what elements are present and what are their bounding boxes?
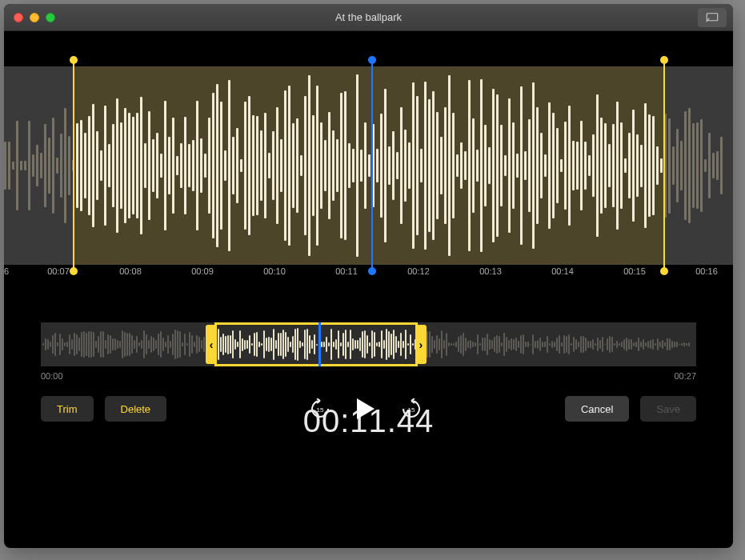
overview-bar bbox=[686, 343, 687, 346]
playhead[interactable] bbox=[371, 60, 373, 271]
overview-bar bbox=[117, 340, 118, 350]
overview-bar bbox=[126, 333, 128, 355]
cancel-button[interactable]: Cancel bbox=[565, 396, 629, 422]
overview-bar bbox=[439, 338, 440, 350]
overview-bar bbox=[650, 340, 651, 350]
waveform-bar bbox=[596, 94, 599, 237]
overview-bar bbox=[587, 341, 589, 348]
overview-bar bbox=[98, 336, 99, 353]
waveform-bar bbox=[256, 116, 258, 215]
main-waveform-panel[interactable] bbox=[4, 66, 733, 265]
waveform-bar bbox=[292, 123, 294, 207]
waveform-bar bbox=[196, 101, 198, 230]
overview-bar bbox=[597, 338, 599, 351]
play-button[interactable] bbox=[354, 397, 377, 421]
waveform-bar bbox=[128, 113, 130, 218]
overview-bar bbox=[506, 337, 507, 352]
waveform-bar bbox=[4, 142, 6, 190]
overview-waveform-panel[interactable]: ‹ › bbox=[41, 322, 696, 366]
waveform-bar bbox=[352, 149, 354, 183]
overview-trim-handle-left[interactable]: ‹ bbox=[206, 325, 217, 364]
waveform-bar bbox=[308, 75, 310, 256]
overview-bar bbox=[465, 338, 467, 351]
overview-selection[interactable]: ‹ › bbox=[214, 322, 418, 366]
waveform-bar bbox=[164, 101, 166, 231]
waveform-bar bbox=[40, 153, 42, 178]
overview-playhead[interactable] bbox=[318, 322, 321, 366]
overview-bar bbox=[119, 341, 121, 348]
waveform-bar bbox=[576, 142, 579, 190]
delete-button[interactable]: Delete bbox=[105, 396, 167, 422]
overview-bar bbox=[607, 338, 608, 350]
waveform-bar bbox=[232, 137, 234, 194]
waveform-bar bbox=[216, 84, 218, 247]
overview-bar bbox=[683, 342, 685, 346]
overview-bar bbox=[513, 339, 515, 350]
trim-handle-left[interactable] bbox=[73, 60, 74, 271]
waveform-bar bbox=[564, 122, 567, 210]
waveform-bar bbox=[616, 102, 619, 229]
overview-trim-handle-right[interactable]: › bbox=[415, 325, 427, 364]
overview-bar bbox=[182, 342, 183, 347]
overview-bar bbox=[194, 342, 195, 346]
overview-bar bbox=[155, 340, 157, 350]
waveform-bar bbox=[548, 102, 551, 230]
skip-forward-15-button[interactable]: 15 bbox=[401, 398, 422, 419]
overview-bar bbox=[640, 342, 642, 346]
waveform-bar bbox=[520, 86, 523, 246]
waveform-bar bbox=[48, 138, 50, 194]
overview-bar bbox=[467, 341, 469, 349]
skip-back-seconds-label: 15 bbox=[317, 406, 324, 414]
overview-bar bbox=[602, 337, 603, 352]
waveform-bar bbox=[608, 144, 611, 186]
overview-bar bbox=[93, 332, 94, 357]
trim-button[interactable]: Trim bbox=[41, 396, 94, 422]
overview-bar bbox=[511, 338, 512, 350]
waveform-bar bbox=[240, 159, 242, 172]
overview-bar bbox=[129, 333, 130, 355]
overview-bar bbox=[74, 333, 75, 356]
overview-bar bbox=[556, 338, 558, 352]
overview-bar bbox=[448, 342, 450, 346]
waveform-bar bbox=[340, 93, 342, 239]
waveform-bar bbox=[12, 162, 14, 170]
waveform-bar bbox=[360, 150, 362, 182]
edit-toolbar: Trim Delete 15 bbox=[4, 393, 733, 425]
overview-bar bbox=[136, 336, 138, 354]
overview-bar bbox=[446, 333, 447, 357]
waveform-bar bbox=[404, 130, 407, 202]
waveform-bar bbox=[512, 122, 515, 210]
overview-bar bbox=[595, 343, 596, 346]
overview-bar bbox=[143, 330, 145, 359]
skip-back-15-button[interactable]: 15 bbox=[310, 398, 330, 419]
overview-time-labels: 00:00 00:27 bbox=[41, 371, 696, 381]
skip-back-icon: 15 bbox=[310, 398, 330, 419]
waveform-bar bbox=[684, 111, 687, 221]
waveform-bar bbox=[168, 137, 170, 194]
trim-handle-right[interactable] bbox=[663, 60, 665, 271]
waveform-bar bbox=[556, 128, 559, 203]
waveform-bar bbox=[432, 91, 435, 239]
overview-bar bbox=[491, 340, 493, 348]
overview-bar bbox=[520, 335, 522, 354]
overview-bar bbox=[470, 340, 471, 348]
overview-bar bbox=[535, 341, 536, 348]
overview-bar bbox=[162, 338, 164, 350]
waveform-bar bbox=[96, 131, 98, 201]
waveform-bar bbox=[260, 130, 262, 202]
done-editing-button[interactable] bbox=[698, 8, 727, 27]
waveform-bar bbox=[236, 128, 238, 204]
overview-bar bbox=[69, 334, 70, 355]
waveform-bar bbox=[652, 116, 655, 216]
overview-bar bbox=[551, 341, 553, 348]
waveform-bar bbox=[208, 118, 210, 214]
overview-bar bbox=[431, 336, 433, 352]
ruler-tick: 00:08 bbox=[119, 266, 142, 276]
overview-bar bbox=[146, 334, 147, 354]
overview-bar bbox=[523, 334, 524, 354]
overview-bar bbox=[499, 336, 500, 354]
overview-bar bbox=[66, 342, 68, 347]
waveform-bar bbox=[104, 106, 106, 226]
waveform-bar bbox=[212, 93, 214, 238]
playback-controls: 15 15 bbox=[310, 397, 422, 421]
